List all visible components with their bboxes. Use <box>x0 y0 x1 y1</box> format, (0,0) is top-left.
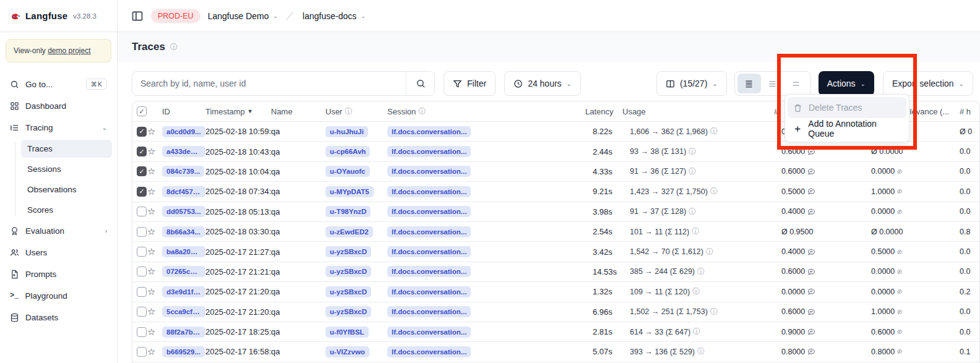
row-checkbox[interactable] <box>137 207 147 216</box>
goto-search[interactable]: Go to... ⌘K <box>5 75 112 93</box>
header-latency[interactable]: Latency <box>585 107 622 116</box>
user-badge[interactable]: u-zEwdED2 <box>325 226 373 237</box>
table-row[interactable]: ✓☆084c739...2025-02-18 10:04:33qau-OYauo… <box>132 162 979 182</box>
star-icon[interactable]: ☆ <box>147 346 155 357</box>
trace-id-badge[interactable]: dd05753... <box>162 206 205 217</box>
trace-id-badge[interactable]: 8dcf4574... <box>162 186 205 197</box>
sidebar-item-observations[interactable]: Observations <box>21 181 112 199</box>
sidebar-item-users[interactable]: Users <box>5 243 112 262</box>
table-row[interactable]: ☆dd05753...2025-02-18 05:13:54qau-T98Ynz… <box>132 202 979 222</box>
table-row[interactable]: ☆07265c7a...2025-02-17 21:21:43qau-yzSBx… <box>132 262 979 282</box>
row-height-medium-button[interactable] <box>761 74 784 93</box>
header-id[interactable]: ID <box>162 107 205 116</box>
row-checkbox[interactable] <box>137 287 147 297</box>
table-row[interactable]: ☆88f2a7b0...2025-02-17 18:25:26qau-f0YfB… <box>132 322 979 342</box>
header-user[interactable]: Userⓘ <box>325 106 387 117</box>
trace-id-badge[interactable]: d3e9d1f2... <box>162 286 205 297</box>
sidebar-item-tracing[interactable]: Tracing ⌄ <box>5 118 112 137</box>
header-name[interactable]: Name <box>271 107 325 116</box>
session-badge[interactable]: lf.docs.conversation... <box>387 226 471 237</box>
select-all-checkbox[interactable]: ✓ <box>137 106 147 116</box>
session-badge[interactable]: lf.docs.conversation... <box>387 166 471 177</box>
row-checkbox[interactable]: ✓ <box>137 187 147 197</box>
trace-id-badge[interactable]: 88f2a7b0... <box>162 327 205 338</box>
user-badge[interactable]: u-f0YfBSL <box>325 327 369 338</box>
app-logo[interactable]: Langfuse v3.28.3 <box>0 0 117 32</box>
trace-id-badge[interactable]: ba8a208f... <box>162 246 205 257</box>
trace-id-badge[interactable]: 07265c7a... <box>162 266 205 277</box>
header-timestamp[interactable]: Timestamp▼ <box>205 107 271 116</box>
session-badge[interactable]: lf.docs.conversation... <box>387 206 471 217</box>
table-row[interactable]: ☆5cca9cf2...2025-02-17 21:20:19qau-yzSBx… <box>132 302 979 322</box>
search-submit-button[interactable] <box>406 72 434 95</box>
table-row[interactable]: ✓☆a433de51...2025-02-18 10:43:39qau-cp66… <box>132 142 979 161</box>
sidebar-item-sessions[interactable]: Sessions <box>21 160 112 178</box>
session-badge[interactable]: lf.docs.conversation... <box>387 286 471 297</box>
column-visibility-button[interactable]: (15/27) ⌄ <box>656 71 727 96</box>
header-usage[interactable]: Usage <box>622 107 774 116</box>
user-badge[interactable]: u-yzSBxcD <box>325 266 371 277</box>
sidebar-item-evaluation[interactable]: Evaluation › <box>5 221 112 240</box>
user-badge[interactable]: u-yzSBxcD <box>325 286 371 297</box>
table-row[interactable]: ☆8b66a34...2025-02-18 03:30:17qau-zEwdED… <box>132 222 979 242</box>
row-height-small-button[interactable] <box>737 74 761 93</box>
star-icon[interactable]: ☆ <box>147 327 155 338</box>
session-badge[interactable]: lf.docs.conversation... <box>387 246 471 257</box>
sidebar-item-prompts[interactable]: Prompts <box>5 265 112 283</box>
session-badge[interactable]: lf.docs.conversation... <box>387 126 471 137</box>
session-badge[interactable]: lf.docs.conversation... <box>387 146 471 157</box>
table-row[interactable]: ☆b669529...2025-02-17 16:58:45qau-VIZzvw… <box>132 342 979 362</box>
actions-button[interactable]: Actions ⌄ <box>819 71 874 96</box>
trace-id-badge[interactable]: b669529... <box>162 346 205 357</box>
project-switcher[interactable]: langfuse-docs ⌄ <box>303 11 366 21</box>
table-row[interactable]: ☆ba8a208f...2025-02-17 21:27:46qau-yzSBx… <box>132 242 979 262</box>
row-checkbox[interactable] <box>137 227 147 237</box>
session-badge[interactable]: lf.docs.conversation... <box>387 266 471 277</box>
sidebar-item-playground[interactable]: >_ Playground <box>5 286 112 305</box>
star-icon[interactable]: ☆ <box>147 166 155 177</box>
user-badge[interactable]: u-MYpDAT5 <box>325 186 374 197</box>
star-icon[interactable]: ☆ <box>147 146 155 157</box>
header-relevance[interactable]: relevance (... <box>903 107 960 116</box>
org-switcher[interactable]: Langfuse Demo ⌄ <box>208 11 278 21</box>
row-checkbox[interactable] <box>137 327 147 337</box>
row-checkbox[interactable]: ✓ <box>137 147 147 156</box>
star-icon[interactable]: ☆ <box>147 126 155 137</box>
time-range-button[interactable]: 24 hours ⌄ <box>504 71 581 96</box>
trace-id-badge[interactable]: a433de51... <box>162 146 205 157</box>
sidebar-item-datasets[interactable]: Datasets <box>5 308 112 327</box>
star-icon[interactable]: ☆ <box>147 266 155 277</box>
row-height-large-button[interactable] <box>784 74 808 93</box>
row-checkbox[interactable] <box>137 307 147 317</box>
user-badge[interactable]: u-yzSBxcD <box>325 306 371 317</box>
menu-item-add-to-annotation-queue[interactable]: Add to Annotation Queue <box>788 118 906 139</box>
sidebar-item-dashboard[interactable]: Dashboard <box>5 96 112 115</box>
table-row[interactable]: ✓☆8dcf4574...2025-02-18 07:34:36qau-MYpD… <box>132 182 979 202</box>
star-icon[interactable]: ☆ <box>147 306 155 317</box>
user-badge[interactable]: u-OYauofc <box>325 166 370 177</box>
star-icon[interactable]: ☆ <box>147 246 155 257</box>
row-checkbox[interactable]: ✓ <box>137 166 147 176</box>
user-badge[interactable]: u-cp66Avh <box>325 146 370 157</box>
sidebar-item-scores[interactable]: Scores <box>21 201 112 219</box>
info-icon[interactable]: ⓘ <box>170 42 178 53</box>
star-icon[interactable]: ☆ <box>147 186 155 197</box>
user-badge[interactable]: u-VIZzvwo <box>325 346 369 357</box>
row-checkbox[interactable] <box>137 247 147 257</box>
user-badge[interactable]: u-yzSBxcD <box>325 246 371 257</box>
star-icon[interactable]: ☆ <box>147 286 155 297</box>
export-selection-button[interactable]: Export selection ⌄ <box>883 71 973 96</box>
session-badge[interactable]: lf.docs.conversation... <box>387 186 471 197</box>
menu-item-delete-traces[interactable]: Delete Traces <box>788 97 906 118</box>
user-badge[interactable]: u-T98YnzD <box>325 206 371 217</box>
session-badge[interactable]: lf.docs.conversation... <box>387 327 471 338</box>
sidebar-item-traces[interactable]: Traces <box>21 140 112 158</box>
star-icon[interactable]: ☆ <box>147 206 155 217</box>
table-row[interactable]: ☆d3e9d1f2...2025-02-17 21:20:21qau-yzSBx… <box>132 282 979 302</box>
trace-id-badge[interactable]: 5cca9cf2... <box>162 306 205 317</box>
row-checkbox[interactable] <box>137 267 147 276</box>
header-session[interactable]: Sessionⓘ <box>387 106 585 117</box>
filter-button[interactable]: Filter <box>444 71 496 96</box>
star-icon[interactable]: ☆ <box>147 226 155 237</box>
trace-id-badge[interactable]: 084c739... <box>162 166 204 177</box>
